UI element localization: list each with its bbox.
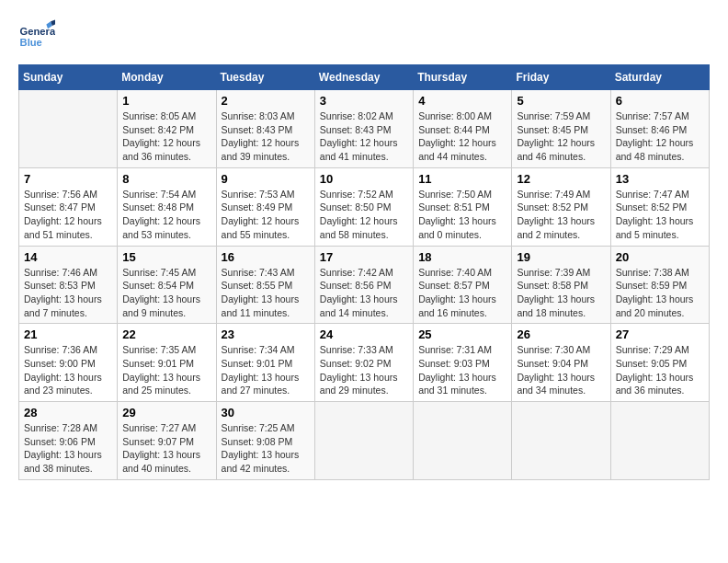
column-header-tuesday: Tuesday	[216, 65, 314, 90]
day-info: Sunrise: 7:36 AMSunset: 9:00 PMDaylight:…	[24, 343, 112, 397]
day-info: Sunrise: 7:33 AMSunset: 9:02 PMDaylight:…	[320, 343, 408, 397]
day-info: Sunrise: 7:43 AMSunset: 8:55 PMDaylight:…	[222, 266, 310, 320]
day-number: 27	[616, 327, 704, 341]
calendar-cell: 18Sunrise: 7:40 AMSunset: 8:57 PMDayligh…	[414, 246, 512, 324]
calendar-cell: 7Sunrise: 7:56 AMSunset: 8:47 PMDaylight…	[19, 167, 118, 246]
week-row-3: 14Sunrise: 7:46 AMSunset: 8:53 PMDayligh…	[19, 246, 710, 324]
calendar-cell: 23Sunrise: 7:34 AMSunset: 9:01 PMDayligh…	[216, 324, 314, 402]
day-info: Sunrise: 7:28 AMSunset: 9:06 PMDaylight:…	[24, 421, 112, 476]
day-info: Sunrise: 7:46 AMSunset: 8:53 PMDaylight:…	[24, 266, 112, 320]
day-info: Sunrise: 7:31 AMSunset: 9:03 PMDaylight:…	[418, 343, 506, 397]
day-number: 24	[320, 327, 408, 341]
day-info: Sunrise: 7:34 AMSunset: 9:01 PMDaylight:…	[222, 343, 310, 397]
day-number: 23	[222, 327, 310, 341]
calendar-cell: 16Sunrise: 7:43 AMSunset: 8:55 PMDayligh…	[216, 246, 314, 324]
day-number: 6	[616, 94, 704, 108]
week-row-5: 28Sunrise: 7:28 AMSunset: 9:06 PMDayligh…	[19, 402, 710, 480]
day-number: 8	[122, 172, 210, 186]
day-number: 20	[616, 250, 704, 264]
calendar-cell: 1Sunrise: 8:05 AMSunset: 8:42 PMDaylight…	[118, 90, 216, 168]
calendar-cell: 27Sunrise: 7:29 AMSunset: 9:05 PMDayligh…	[610, 324, 709, 402]
header: General Blue	[18, 18, 710, 55]
day-number: 17	[320, 250, 408, 264]
day-info: Sunrise: 7:56 AMSunset: 8:47 PMDaylight:…	[24, 188, 112, 242]
day-info: Sunrise: 7:50 AMSunset: 8:51 PMDaylight:…	[418, 188, 506, 242]
day-number: 10	[320, 172, 408, 186]
day-number: 11	[418, 172, 506, 186]
calendar-cell: 30Sunrise: 7:25 AMSunset: 9:08 PMDayligh…	[216, 402, 314, 480]
calendar-cell: 6Sunrise: 7:57 AMSunset: 8:46 PMDaylight…	[610, 90, 709, 168]
day-number: 2	[222, 94, 310, 108]
calendar-cell	[414, 402, 512, 480]
day-info: Sunrise: 7:30 AMSunset: 9:04 PMDaylight:…	[517, 343, 605, 397]
day-info: Sunrise: 7:38 AMSunset: 8:59 PMDaylight:…	[616, 266, 704, 320]
day-number: 13	[616, 172, 704, 186]
column-header-sunday: Sunday	[19, 65, 118, 90]
day-info: Sunrise: 7:53 AMSunset: 8:49 PMDaylight:…	[222, 188, 310, 242]
calendar-table: SundayMondayTuesdayWednesdayThursdayFrid…	[18, 64, 710, 480]
day-number: 4	[418, 94, 506, 108]
day-number: 5	[517, 94, 605, 108]
week-row-4: 21Sunrise: 7:36 AMSunset: 9:00 PMDayligh…	[19, 324, 710, 402]
day-number: 25	[418, 327, 506, 341]
day-info: Sunrise: 7:47 AMSunset: 8:52 PMDaylight:…	[616, 188, 704, 242]
day-info: Sunrise: 7:25 AMSunset: 9:08 PMDaylight:…	[222, 421, 310, 476]
day-info: Sunrise: 7:29 AMSunset: 9:05 PMDaylight:…	[616, 343, 704, 397]
day-number: 22	[122, 327, 210, 341]
calendar-cell: 26Sunrise: 7:30 AMSunset: 9:04 PMDayligh…	[512, 324, 610, 402]
calendar-cell: 13Sunrise: 7:47 AMSunset: 8:52 PMDayligh…	[610, 167, 709, 246]
logo-icon: General Blue	[18, 18, 55, 55]
day-number: 7	[24, 172, 112, 186]
column-header-wednesday: Wednesday	[314, 65, 413, 90]
day-number: 15	[122, 250, 210, 264]
calendar-cell: 4Sunrise: 8:00 AMSunset: 8:44 PMDaylight…	[414, 90, 512, 168]
day-info: Sunrise: 8:05 AMSunset: 8:42 PMDaylight:…	[122, 109, 210, 164]
week-row-1: 1Sunrise: 8:05 AMSunset: 8:42 PMDaylight…	[19, 90, 710, 168]
calendar-cell: 5Sunrise: 7:59 AMSunset: 8:45 PMDaylight…	[512, 90, 610, 168]
calendar-cell: 19Sunrise: 7:39 AMSunset: 8:58 PMDayligh…	[512, 246, 610, 324]
day-number: 9	[222, 172, 310, 186]
day-number: 30	[222, 406, 310, 419]
day-number: 28	[24, 406, 112, 419]
calendar-cell: 24Sunrise: 7:33 AMSunset: 9:02 PMDayligh…	[314, 324, 413, 402]
day-info: Sunrise: 7:57 AMSunset: 8:46 PMDaylight:…	[616, 109, 704, 164]
calendar-cell: 21Sunrise: 7:36 AMSunset: 9:00 PMDayligh…	[19, 324, 118, 402]
day-number: 29	[122, 406, 210, 419]
day-number: 3	[320, 94, 408, 108]
calendar-cell: 2Sunrise: 8:03 AMSunset: 8:43 PMDaylight…	[216, 90, 314, 168]
column-header-thursday: Thursday	[414, 65, 512, 90]
day-number: 1	[122, 94, 210, 108]
svg-text:Blue: Blue	[20, 37, 42, 48]
calendar-cell	[512, 402, 610, 480]
calendar-cell: 25Sunrise: 7:31 AMSunset: 9:03 PMDayligh…	[414, 324, 512, 402]
day-info: Sunrise: 7:42 AMSunset: 8:56 PMDaylight:…	[320, 266, 408, 320]
calendar-cell: 17Sunrise: 7:42 AMSunset: 8:56 PMDayligh…	[314, 246, 413, 324]
calendar-cell: 12Sunrise: 7:49 AMSunset: 8:52 PMDayligh…	[512, 167, 610, 246]
day-info: Sunrise: 7:59 AMSunset: 8:45 PMDaylight:…	[517, 109, 605, 164]
calendar-cell: 10Sunrise: 7:52 AMSunset: 8:50 PMDayligh…	[314, 167, 413, 246]
calendar-cell: 8Sunrise: 7:54 AMSunset: 8:48 PMDaylight…	[118, 167, 216, 246]
day-info: Sunrise: 7:27 AMSunset: 9:07 PMDaylight:…	[122, 421, 210, 476]
calendar-cell	[610, 402, 709, 480]
day-info: Sunrise: 7:52 AMSunset: 8:50 PMDaylight:…	[320, 188, 408, 242]
column-header-row: SundayMondayTuesdayWednesdayThursdayFrid…	[19, 65, 710, 90]
week-row-2: 7Sunrise: 7:56 AMSunset: 8:47 PMDaylight…	[19, 167, 710, 246]
day-number: 14	[24, 250, 112, 264]
column-header-monday: Monday	[118, 65, 216, 90]
calendar-cell: 29Sunrise: 7:27 AMSunset: 9:07 PMDayligh…	[118, 402, 216, 480]
day-number: 16	[222, 250, 310, 264]
day-number: 21	[24, 327, 112, 341]
day-info: Sunrise: 7:45 AMSunset: 8:54 PMDaylight:…	[122, 266, 210, 320]
day-info: Sunrise: 7:40 AMSunset: 8:57 PMDaylight:…	[418, 266, 506, 320]
day-number: 18	[418, 250, 506, 264]
day-number: 26	[517, 327, 605, 341]
day-info: Sunrise: 7:49 AMSunset: 8:52 PMDaylight:…	[517, 188, 605, 242]
calendar-cell	[19, 90, 118, 168]
day-number: 19	[517, 250, 605, 264]
day-info: Sunrise: 8:02 AMSunset: 8:43 PMDaylight:…	[320, 109, 408, 164]
calendar-cell	[314, 402, 413, 480]
logo: General Blue	[18, 18, 55, 55]
column-header-saturday: Saturday	[610, 65, 709, 90]
day-info: Sunrise: 7:35 AMSunset: 9:01 PMDaylight:…	[122, 343, 210, 397]
calendar-cell: 3Sunrise: 8:02 AMSunset: 8:43 PMDaylight…	[314, 90, 413, 168]
